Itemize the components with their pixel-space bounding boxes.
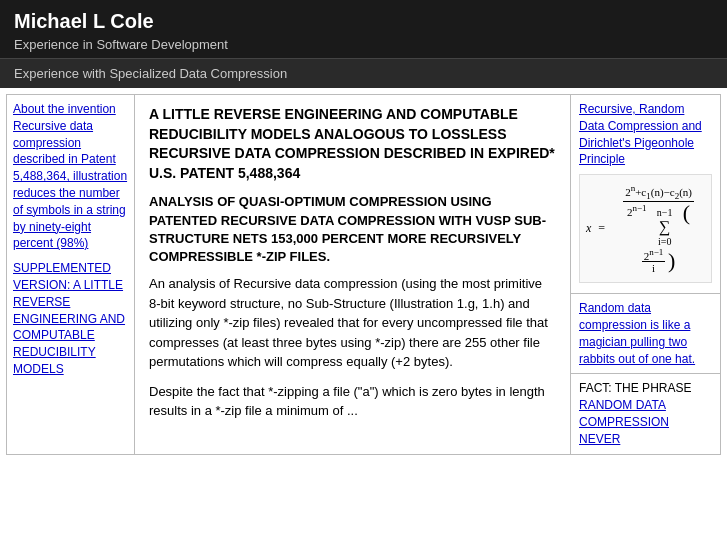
center-content: A LITTLE REVERSE ENGINEERING AND COMPUTA… — [135, 95, 570, 454]
fact-label: FACT: THE PHRASE — [579, 381, 691, 395]
formula-equals: = — [595, 221, 608, 236]
main-layout: About the invention Recursive data compr… — [6, 94, 721, 455]
fraction-denominator: 2n−1 n−1 ∑ i=0 ( 2n−1 i — [612, 202, 705, 274]
site-subtitle: Experience in Software Development — [14, 37, 713, 52]
inner-den: i — [650, 262, 657, 274]
right-box-2: Random data compression is like a magici… — [571, 294, 720, 374]
para1: An analysis of Recursive data compressio… — [149, 274, 556, 372]
sigma-upper: n−1 — [657, 207, 673, 218]
sidebar-link2-anchor[interactable]: SUPPLEMENTED VERSION: A LITTLE REVERSE E… — [13, 261, 125, 376]
sigma-symbol: ∑ — [659, 218, 670, 236]
right-box-1-link[interactable]: Recursive, Random Data Compression and D… — [579, 102, 702, 166]
right-sidebar: Recursive, Random Data Compression and D… — [570, 95, 720, 454]
inner-fraction: 2n−1 i — [642, 247, 666, 275]
close-paren: ) — [668, 247, 675, 272]
fraction-block: 2n+c1(n)−c2(n) 2n−1 n−1 ∑ i=0 ( — [612, 183, 705, 274]
math-formula: x = 2n+c1(n)−c2(n) 2n−1 n−1 ∑ i — [579, 174, 712, 283]
right-box-3: FACT: THE PHRASE RANDOM DATA COMPRESSION… — [571, 374, 720, 453]
subheader-text: Experience with Specialized Data Compres… — [14, 66, 287, 81]
sidebar-link1[interactable]: About the invention Recursive data compr… — [13, 101, 128, 252]
left-sidebar: About the invention Recursive data compr… — [7, 95, 135, 454]
page-header: Michael L Cole Experience in Software De… — [0, 0, 727, 58]
fact-text: FACT: THE PHRASE RANDOM DATA COMPRESSION… — [579, 380, 712, 447]
para2: Despite the fact that *-zipping a file (… — [149, 382, 556, 421]
right-box-1: Recursive, Random Data Compression and D… — [571, 95, 720, 294]
sigma-block: n−1 ∑ i=0 — [657, 207, 673, 247]
sigma-lower: i=0 — [658, 236, 671, 247]
inner-num: 2n−1 — [642, 247, 666, 263]
site-title: Michael L Cole — [14, 10, 713, 33]
subheader-bar: Experience with Specialized Data Compres… — [0, 58, 727, 88]
sidebar-link2[interactable]: SUPPLEMENTED VERSION: A LITTLE REVERSE E… — [13, 260, 128, 378]
sub-title: ANALYSIS OF QUASI-OPTIMUM COMPRESSION US… — [149, 193, 556, 266]
open-paren: ( — [683, 200, 690, 225]
sidebar-link1-anchor[interactable]: About the invention Recursive data compr… — [13, 102, 127, 250]
fact-link[interactable]: RANDOM DATA COMPRESSION NEVER — [579, 398, 669, 446]
formula-x-equals: x — [586, 221, 591, 236]
main-title: A LITTLE REVERSE ENGINEERING AND COMPUTA… — [149, 105, 556, 183]
right-box-2-link[interactable]: Random data compression is like a magici… — [579, 301, 695, 365]
